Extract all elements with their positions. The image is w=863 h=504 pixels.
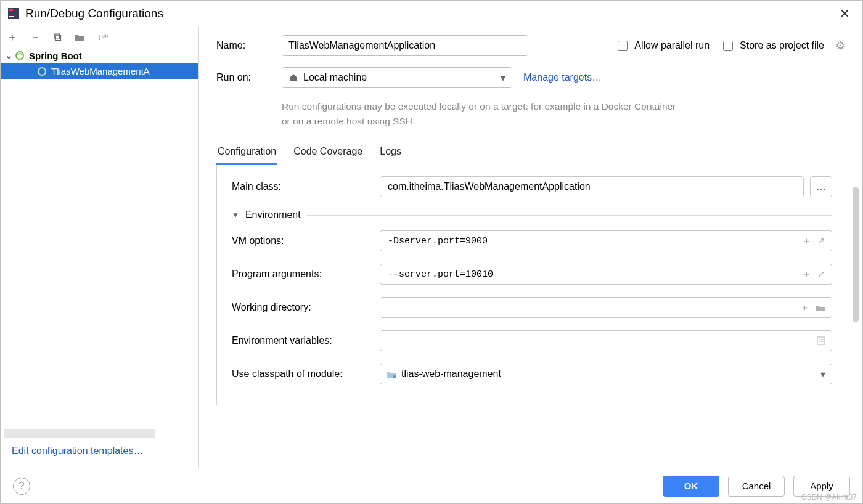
sidebar-toolbar: ＋ － ⧉ + ↓ᵃᵇ	[1, 26, 198, 47]
insert-macro-icon[interactable]: ＋	[802, 269, 811, 280]
tab-configuration[interactable]: Configuration	[216, 142, 277, 165]
tree-item-label: TliasWebManagementA	[51, 66, 150, 76]
svg-point-5	[38, 68, 46, 75]
env-vars-field[interactable]	[380, 330, 832, 351]
classpath-module-select[interactable]: tlias-web-management ▾	[380, 364, 832, 384]
program-args-input[interactable]	[387, 269, 802, 280]
vm-options-input[interactable]	[387, 235, 802, 247]
run-on-hint: Run configurations may be executed local…	[282, 99, 676, 129]
module-icon	[387, 370, 396, 378]
ok-button[interactable]: OK	[663, 476, 719, 497]
home-icon	[288, 73, 298, 82]
svg-rect-2	[9, 16, 14, 17]
env-vars-label: Environment variables:	[232, 335, 380, 346]
main-class-field[interactable]	[380, 176, 804, 197]
insert-macro-icon[interactable]: ＋	[800, 302, 809, 314]
chevron-down-icon: ▾	[501, 72, 505, 84]
config-tree: ⌄ Spring Boot TliasWebManagementA	[1, 47, 198, 429]
manage-targets-link[interactable]: Manage targets…	[523, 72, 602, 83]
vm-options-field[interactable]: ＋ ↗	[380, 230, 832, 251]
tree-root-label: Spring Boot	[29, 51, 82, 61]
main-class-label: Main class:	[232, 181, 380, 192]
name-input[interactable]	[282, 35, 528, 56]
env-vars-row: Environment variables:	[232, 330, 832, 351]
run-on-row: Run on: Local machine ▾ Manage targets…	[216, 67, 845, 88]
sort-config-icon[interactable]: ↓ᵃᵇ	[97, 33, 108, 41]
store-as-file-label: Store as project file	[740, 40, 824, 51]
program-args-row: Program arguments: ＋ ⤢	[232, 264, 832, 285]
env-vars-input[interactable]	[387, 335, 817, 347]
help-button[interactable]: ?	[13, 478, 30, 495]
cancel-button[interactable]: Cancel	[728, 476, 785, 497]
sidebar-horizontal-scrollbar[interactable]	[4, 429, 155, 438]
svg-text:+: +	[83, 32, 85, 38]
expand-icon[interactable]: ⤢	[817, 269, 825, 280]
svg-rect-9	[393, 375, 396, 378]
sidebar: ＋ － ⧉ + ↓ᵃᵇ ⌄ Spring Boot	[1, 26, 199, 468]
watermark: CSDN @Akira37	[801, 493, 857, 502]
section-divider	[307, 215, 832, 216]
allow-parallel-checkbox[interactable]: Allow parallel run	[615, 39, 710, 52]
tab-logs[interactable]: Logs	[378, 142, 403, 165]
list-icon[interactable]	[817, 336, 825, 345]
main-panel: Name: Allow parallel run Store as projec…	[199, 26, 862, 468]
name-label: Name:	[216, 40, 271, 51]
svg-point-4	[16, 52, 23, 59]
environment-section-header[interactable]: ▼ Environment	[232, 209, 832, 221]
program-args-field[interactable]: ＋ ⤢	[380, 264, 832, 285]
working-dir-input[interactable]	[387, 302, 800, 314]
working-dir-row: Working directory: ＋	[232, 297, 832, 318]
classpath-row: Use classpath of module: tlias-web-manag…	[232, 364, 832, 384]
run-on-label: Run on:	[216, 72, 271, 83]
close-icon[interactable]: ✕	[835, 4, 855, 23]
triangle-down-icon: ▼	[232, 211, 239, 219]
spring-boot-icon	[15, 51, 27, 60]
insert-macro-icon[interactable]: ＋	[802, 235, 811, 247]
main-class-input[interactable]	[387, 181, 797, 193]
browse-main-class-button[interactable]: …	[810, 176, 832, 197]
store-as-file-checkbox[interactable]: Store as project file	[721, 39, 824, 52]
main-class-row: Main class: …	[232, 176, 832, 197]
spring-boot-icon	[38, 67, 49, 76]
copy-config-icon[interactable]: ⧉	[54, 31, 62, 43]
working-dir-field[interactable]: ＋	[380, 297, 832, 318]
vertical-scrollbar[interactable]	[853, 187, 859, 322]
edit-config-templates-link[interactable]: Edit configuration templates…	[12, 445, 143, 456]
allow-parallel-input[interactable]	[618, 41, 628, 51]
vm-options-row: VM options: ＋ ↗	[232, 230, 832, 251]
save-config-icon[interactable]: +	[74, 32, 85, 42]
allow-parallel-label: Allow parallel run	[634, 40, 710, 51]
expand-icon[interactable]: ↗	[817, 235, 825, 246]
svg-rect-1	[9, 9, 13, 11]
titlebar: Run/Debug Configurations ✕	[1, 1, 862, 26]
browse-folder-icon[interactable]	[816, 304, 825, 311]
dialog-window: Run/Debug Configurations ✕ ＋ － ⧉ + ↓ᵃᵇ ⌄	[0, 0, 863, 504]
tab-code-coverage[interactable]: Code Coverage	[292, 142, 364, 165]
add-config-icon[interactable]: ＋	[7, 31, 18, 43]
classpath-label: Use classpath of module:	[232, 368, 380, 380]
dialog-body: ＋ － ⧉ + ↓ᵃᵇ ⌄ Spring Boot	[1, 26, 862, 468]
store-as-file-input[interactable]	[723, 41, 733, 51]
chevron-down-icon: ▾	[820, 368, 825, 380]
tree-root-spring-boot[interactable]: ⌄ Spring Boot	[1, 47, 198, 63]
tree-item-tlias[interactable]: TliasWebManagementA	[1, 63, 198, 79]
run-on-select[interactable]: Local machine ▾	[282, 67, 512, 88]
program-args-label: Program arguments:	[232, 269, 380, 280]
edit-templates-row: Edit configuration templates…	[1, 438, 198, 468]
chevron-down-icon: ⌄	[4, 50, 13, 61]
dialog-footer: ? OK Cancel Apply	[1, 468, 862, 503]
intellij-icon	[8, 8, 19, 19]
configuration-panel: Main class: … ▼ Environment VM options:	[216, 165, 845, 405]
gear-icon[interactable]: ⚙	[835, 39, 845, 52]
classpath-value: tlias-web-management	[401, 368, 501, 380]
run-on-value: Local machine	[303, 72, 367, 83]
tabs: Configuration Code Coverage Logs	[216, 142, 845, 165]
remove-config-icon[interactable]: －	[30, 31, 41, 43]
vm-options-label: VM options:	[232, 235, 380, 246]
working-dir-label: Working directory:	[232, 302, 380, 313]
window-title: Run/Debug Configurations	[25, 7, 163, 20]
name-row: Name: Allow parallel run Store as projec…	[216, 35, 845, 56]
svg-rect-6	[817, 337, 825, 344]
environment-section-label: Environment	[245, 209, 301, 221]
